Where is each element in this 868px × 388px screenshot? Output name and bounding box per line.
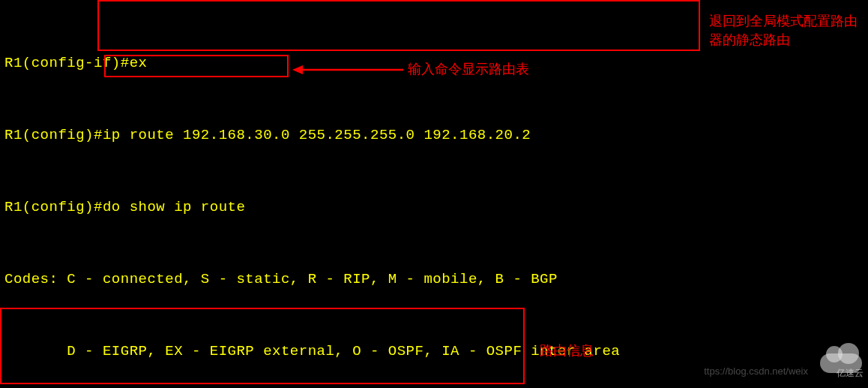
annotation-mid: 输入命令显示路由表 xyxy=(408,60,529,79)
logo-text: 亿速云 xyxy=(837,361,864,385)
logo-group: 亿速云 xyxy=(810,350,864,385)
terminal-output: R1(config-if)#ex R1(config)#ip route 192… xyxy=(0,0,868,388)
annotation-top: 退回到全局模式配置路由器的静态路由 xyxy=(709,12,859,50)
terminal-line: R1(config)#ip route 192.168.30.0 255.255… xyxy=(4,123,864,147)
watermark-text: ttps://blog.csdn.net/weix xyxy=(704,359,808,383)
annotation-bot: 路由信息 xyxy=(540,341,594,360)
terminal-line: Codes: C - connected, S - static, R - RI… xyxy=(4,267,864,291)
terminal-line: R1(config)#do show ip route xyxy=(4,195,864,219)
